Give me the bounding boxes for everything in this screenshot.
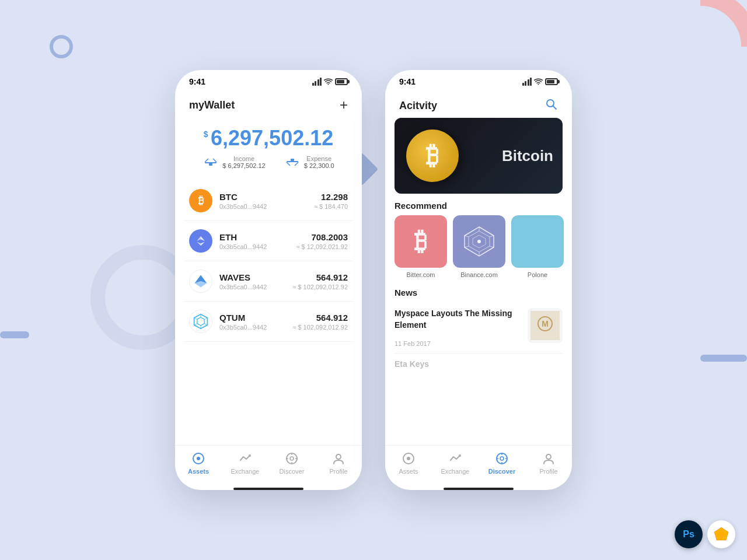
exchange-icon (238, 452, 252, 466)
hero-image: ₿ Bitcoin (395, 118, 563, 194)
svg-line-36 (465, 246, 469, 247)
svg-line-34 (465, 236, 469, 237)
add-button[interactable]: + (340, 98, 348, 112)
svg-marker-11 (197, 317, 204, 326)
waves-addr: 0x3b5ca0...9442 (219, 284, 292, 290)
news-item-2[interactable]: Eta Keys (395, 354, 563, 374)
eth-icon (189, 229, 212, 253)
nav-profile[interactable]: Profile (315, 452, 362, 475)
battery-icon (335, 78, 348, 85)
svg-rect-2 (287, 161, 298, 162)
activity-phone: 9:41 Acitvity (385, 70, 572, 490)
qtum-name: QTUM (219, 313, 292, 323)
hero-coin: ₿ (406, 130, 459, 182)
nav2-discover[interactable]: Discover (479, 452, 525, 475)
coin-row-qtum[interactable]: QTUM 0x3b5ca0...9442 564.912 ≈ $ 102,092… (184, 302, 352, 342)
nav-discover[interactable]: Discover (268, 452, 315, 475)
news-date-1: 11 Feb 2017 (395, 340, 521, 347)
recommend-card-polone[interactable]: Polone (511, 215, 564, 278)
wallet-phone: 9:41 myWallet + (175, 70, 362, 490)
discover-icon-2 (495, 452, 509, 466)
bg-decoration-arc (642, 0, 747, 105)
svg-point-19 (197, 457, 200, 460)
nav2-profile-label: Profile (539, 468, 557, 475)
bg-decoration-bar-right (700, 355, 747, 362)
nav-assets[interactable]: Assets (175, 452, 222, 475)
wallet-header: myWallet + (175, 89, 362, 117)
recommend-card-bitcoin[interactable]: ₿ Bitter.com (395, 215, 447, 278)
svg-point-46 (459, 454, 461, 457)
eth-amount: 708.2003 (296, 232, 348, 242)
eth-usd: ≈ $ 12,092,021.92 (296, 243, 348, 250)
svg-point-27 (336, 454, 341, 459)
status-icons-2 (522, 78, 558, 86)
status-bar-2: 9:41 (385, 70, 572, 89)
svg-line-29 (553, 106, 557, 110)
income-label: Income (222, 155, 265, 162)
search-button[interactable] (545, 98, 558, 113)
nav2-exchange[interactable]: Exchange (432, 452, 479, 475)
svg-point-40 (477, 240, 481, 243)
news-item-1[interactable]: Myspace Layouts The Missing Element 11 F… (395, 302, 563, 354)
discover-icon (285, 452, 299, 466)
qtum-icon (189, 310, 212, 333)
waves-icon (189, 270, 212, 293)
nav2-discover-label: Discover (488, 468, 515, 475)
photoshop-badge: Ps (675, 520, 703, 548)
recommend-title: Recommend (385, 201, 572, 215)
coin-list: ₿ BTC 0x3b5ca0...9442 12.298 ≈ $ 184,470 (175, 181, 362, 445)
news-text-1: Myspace Layouts The Missing Element 11 F… (395, 308, 528, 347)
profile-icon (331, 452, 345, 466)
qtum-addr: 0x3b5ca0...9442 (219, 324, 292, 331)
coin-row-waves[interactable]: WAVES 0x3b5ca0...9442 564.912 ≈ $ 102,09… (184, 261, 352, 302)
btc-addr: 0x3b5ca0...9442 (219, 203, 314, 210)
svg-point-53 (546, 454, 551, 459)
coin-row-eth[interactable]: ETH 0x3b5ca0...9442 708.2003 ≈ $ 12,092,… (184, 221, 352, 261)
status-time: 9:41 (189, 77, 205, 86)
signal-icon (312, 78, 322, 86)
qtum-info: QTUM 0x3b5ca0...9442 (219, 313, 292, 331)
qtum-value: 564.912 ≈ $ 102,092,012.92 (292, 313, 348, 331)
income-expense: Income $ 6,297,502.12 (189, 155, 348, 169)
svg-line-35 (490, 236, 494, 237)
balance-display: $ 6,297,502.12 (189, 126, 348, 150)
svg-marker-5 (197, 236, 201, 241)
waves-amount: 564.912 (292, 272, 348, 282)
nav-assets-label: Assets (188, 468, 209, 475)
news-title: News (385, 285, 572, 302)
coin-row-btc[interactable]: ₿ BTC 0x3b5ca0...9442 12.298 ≈ $ 184,470 (184, 181, 352, 221)
svg-text:₿: ₿ (414, 227, 427, 256)
status-icons (312, 78, 348, 86)
assets-icon (191, 452, 205, 466)
bottom-nav: Assets Exchange (175, 445, 362, 484)
btc-info: BTC 0x3b5ca0...9442 (219, 192, 314, 210)
expense-item: Expense $ 22,300.0 (284, 155, 334, 169)
activity-header: Acitvity (385, 89, 572, 118)
nav-exchange[interactable]: Exchange (222, 452, 268, 475)
svg-text:M: M (542, 319, 549, 328)
nav-discover-label: Discover (280, 468, 305, 475)
waves-usd: ≈ $ 102,092,012.92 (292, 284, 348, 290)
waves-value: 564.912 ≈ $ 102,092,012.92 (292, 272, 348, 290)
eth-addr: 0x3b5ca0...9442 (219, 243, 296, 250)
wallet-title: myWallet (189, 99, 235, 111)
expense-icon (284, 156, 301, 168)
svg-rect-0 (205, 162, 217, 163)
nav2-assets[interactable]: Assets (385, 452, 432, 475)
eth-info: ETH 0x3b5ca0...9442 (219, 232, 296, 250)
recommend-card-binance[interactable]: Binance.com (453, 215, 505, 278)
tool-badges: Ps (675, 520, 735, 548)
wallet-content: myWallet + $ 6,297,502.12 (175, 89, 362, 490)
btc-name: BTC (219, 192, 314, 202)
qtum-amount: 564.912 (292, 313, 348, 323)
news-title-1: Myspace Layouts The Missing Element (395, 308, 521, 331)
binance-card-img (453, 215, 505, 268)
hero-bitcoin-text: Bitcoin (502, 147, 553, 165)
svg-marker-4 (201, 236, 205, 241)
nav2-profile[interactable]: Profile (525, 452, 572, 475)
nav-profile-label: Profile (329, 468, 347, 475)
eth-value: 708.2003 ≈ $ 12,092,021.92 (296, 232, 348, 250)
wifi-icon (324, 78, 333, 85)
news-section: Myspace Layouts The Missing Element 11 F… (385, 302, 572, 374)
income-value: $ 6,297,502.12 (222, 162, 265, 169)
